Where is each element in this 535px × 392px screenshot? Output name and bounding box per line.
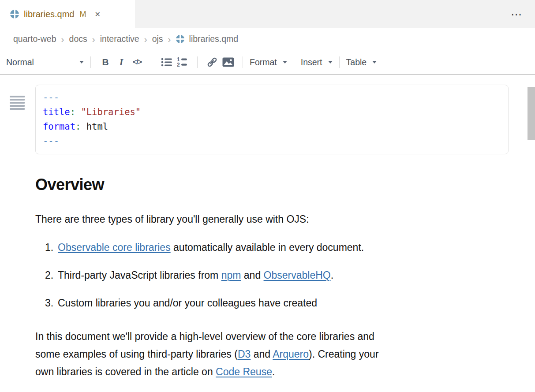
yaml-token-key: format — [43, 121, 75, 132]
image-icon — [222, 57, 234, 67]
numbered-list-icon: 1 2 — [177, 57, 188, 67]
list-item: 2.Third-party JavaScript libraries from … — [35, 269, 535, 281]
text-run: and — [241, 269, 263, 281]
yaml-token-delim: --- — [43, 92, 59, 103]
paragraph-style-value: Normal — [6, 57, 34, 67]
chevron-down-icon — [283, 61, 287, 63]
bold-button[interactable]: B — [97, 54, 113, 70]
text-run: . — [331, 269, 333, 281]
link-arquero[interactable]: Arquero — [273, 348, 309, 360]
link-observable-core-libraries[interactable]: Observable core libraries — [58, 242, 171, 253]
link-observablehq[interactable]: ObservableHQ — [264, 269, 331, 281]
breadcrumb-item-quarto-web[interactable]: quarto-web — [13, 34, 56, 44]
heading-overview: Overview — [35, 175, 535, 194]
list-number: 3. — [45, 297, 54, 309]
list-item-text: Custom libraries you and/or your colleag… — [58, 297, 317, 309]
formatting-toolbar: Normal B I </> 1 2 — [0, 50, 535, 75]
text-run: In this document we'll provide a high-le… — [35, 331, 374, 342]
text-run: ). Creating your — [309, 348, 379, 360]
chevron-down-icon — [372, 61, 377, 63]
text-run: some examples of using third-party libra… — [35, 348, 238, 360]
insert-menu-label: Insert — [301, 57, 322, 67]
breadcrumb-item-interactive[interactable]: interactive — [100, 34, 139, 44]
format-menu-label: Format — [250, 57, 277, 67]
breadcrumb-separator-icon: › — [61, 34, 64, 45]
intro-paragraph: There are three types of library you'll … — [35, 213, 535, 225]
tab-libraries-qmd[interactable]: libraries.qmd M ✕ — [0, 0, 135, 28]
code-button[interactable]: </> — [129, 54, 145, 70]
list-number: 2. — [45, 269, 54, 281]
paragraph-style-dropdown[interactable]: Normal — [6, 57, 84, 67]
chevron-down-icon — [79, 61, 84, 63]
yaml-metadata-block[interactable]: ---title: "Libraries"format: html--- — [35, 85, 509, 154]
more-actions-button[interactable]: ⋯ — [511, 9, 523, 20]
toolbar-divider — [152, 56, 152, 68]
text-run: automatically available in every documen… — [171, 242, 364, 253]
toolbar-divider — [339, 56, 340, 68]
breadcrumb-separator-icon: › — [168, 34, 171, 45]
paragraph-line: own libraries is covered in the article … — [35, 363, 535, 381]
scrollbar-thumb[interactable] — [528, 87, 535, 140]
quarto-icon — [176, 35, 184, 43]
breadcrumb-item-docs[interactable]: docs — [69, 34, 87, 44]
breadcrumb-item-ojs[interactable]: ojs — [152, 34, 163, 44]
close-icon[interactable]: ✕ — [94, 10, 100, 19]
link-icon — [206, 56, 218, 68]
italic-button[interactable]: I — [113, 54, 129, 70]
paragraph-line: In this document we'll provide a high-le… — [35, 328, 535, 345]
list-item: 1.Observable core libraries automaticall… — [35, 242, 535, 254]
text-run: own libraries is covered in the article … — [35, 366, 216, 377]
list-number: 1. — [45, 242, 54, 254]
text-run: and — [251, 348, 273, 360]
yaml-token-plain — [75, 107, 81, 117]
link-code-reuse[interactable]: Code Reuse — [216, 366, 272, 377]
block-drag-handle-icon[interactable] — [10, 96, 25, 110]
yaml-token-str: "Libraries" — [81, 107, 141, 117]
toolbar-divider — [90, 56, 91, 68]
link-npm[interactable]: npm — [221, 269, 241, 281]
insert-link-button[interactable] — [204, 54, 220, 70]
numbered-list: 1.Observable core libraries automaticall… — [35, 242, 535, 309]
yaml-line: title: "Libraries" — [43, 105, 501, 119]
yaml-line: format: html — [43, 119, 501, 134]
table-menu[interactable]: Table — [346, 57, 377, 67]
yaml-token-colon: : — [70, 107, 75, 117]
list-item-text: Observable core libraries automatically … — [58, 242, 364, 254]
list-item-text: Third-party JavaScript libraries from np… — [58, 269, 333, 281]
bulleted-list-button[interactable] — [159, 54, 175, 70]
breadcrumb-separator-icon: › — [144, 34, 147, 45]
toolbar-divider — [294, 56, 294, 68]
bulleted-list-icon — [161, 57, 172, 67]
list-item: 3.Custom libraries you and/or your colle… — [35, 297, 535, 309]
insert-image-button[interactable] — [220, 54, 236, 70]
breadcrumb-separator-icon: › — [92, 34, 95, 45]
tab-title: libraries.qmd — [24, 9, 74, 19]
visual-editor-content[interactable]: ---title: "Libraries"format: html--- Ove… — [0, 85, 535, 392]
svg-text:2: 2 — [177, 62, 180, 67]
toolbar-divider — [197, 56, 198, 68]
paragraph-line: some examples of using third-party libra… — [35, 345, 535, 363]
numbered-list-button[interactable]: 1 2 — [175, 54, 191, 70]
text-run: . — [272, 366, 275, 377]
quarto-icon — [10, 10, 19, 19]
chevron-down-icon — [328, 61, 333, 63]
insert-menu[interactable]: Insert — [301, 57, 333, 67]
yaml-line: --- — [43, 134, 501, 149]
modified-badge: M — [79, 10, 86, 19]
breadcrumb-item-file[interactable]: libraries.qmd — [189, 34, 239, 44]
closing-paragraph: In this document we'll provide a high-le… — [35, 328, 535, 381]
yaml-line: --- — [43, 90, 501, 105]
link-d3[interactable]: D3 — [238, 348, 251, 360]
text-run: Custom libraries you and/or your colleag… — [58, 297, 317, 309]
yaml-token-delim: --- — [43, 136, 59, 146]
yaml-token-key: title — [43, 107, 70, 117]
text-run: Third-party JavaScript libraries from — [58, 269, 221, 281]
table-menu-label: Table — [346, 57, 367, 67]
tab-bar: libraries.qmd M ✕ ⋯ — [0, 0, 535, 28]
toolbar-divider — [243, 56, 243, 68]
yaml-token-plain: html — [81, 121, 108, 132]
format-menu[interactable]: Format — [250, 57, 287, 67]
yaml-token-colon: : — [75, 121, 81, 132]
breadcrumb: quarto-web›docs›interactive›ojs›librarie… — [0, 28, 535, 50]
